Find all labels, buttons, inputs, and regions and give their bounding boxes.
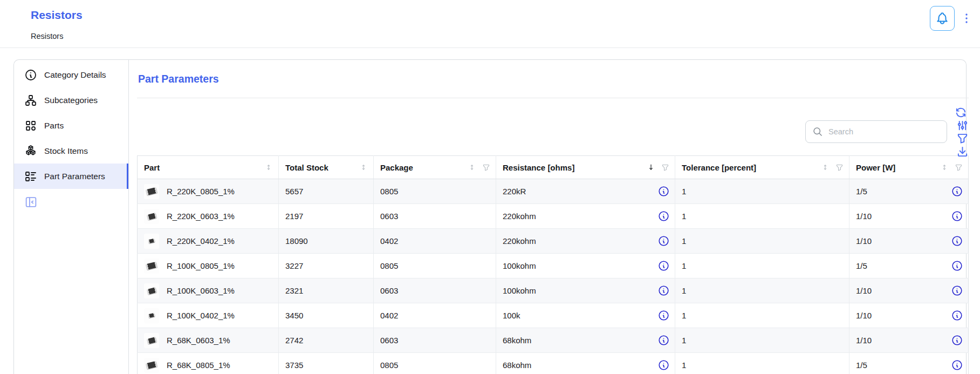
power-info-button[interactable] [951, 260, 963, 272]
info-icon [658, 285, 669, 296]
column-filter-icon[interactable] [661, 164, 669, 172]
sidebar-collapse-icon [24, 195, 38, 209]
sort-updown-icon [821, 163, 830, 172]
power-info-button[interactable] [951, 235, 963, 247]
notifications-button[interactable] [930, 6, 955, 31]
total-stock-value: 2321 [285, 286, 303, 295]
list-details-icon [24, 170, 37, 183]
column-header-part[interactable]: Part [138, 156, 279, 179]
resistance-info-button[interactable] [657, 285, 669, 297]
page-title: Resistors [31, 9, 83, 22]
column-header-tolerance-percent[interactable]: Tolerance [percent] [675, 156, 849, 179]
tolerance-value: 1 [682, 261, 686, 270]
power-info-button[interactable] [951, 359, 963, 371]
column-label: Power [W] [856, 163, 895, 172]
sidebar-item-category-details[interactable]: Category Details [14, 62, 128, 87]
column-label: Total Stock [285, 163, 328, 172]
resistance-info-button[interactable] [657, 210, 669, 222]
resistance-value: 220kohm [503, 212, 536, 221]
part-name: R_220K_0805_1% [167, 187, 235, 196]
sidebar-item-label: Stock Items [44, 146, 88, 156]
power-info-button[interactable] [951, 210, 963, 222]
info-icon [658, 235, 669, 247]
table-filters-button[interactable] [956, 132, 969, 145]
power-value: 1/5 [856, 187, 867, 196]
category-panel: Category DetailsSubcategoriesPartsStock … [13, 59, 967, 374]
power-info-button[interactable] [951, 335, 963, 346]
sitemap-icon [24, 94, 37, 107]
column-header-total-stock[interactable]: Total Stock [279, 156, 374, 179]
resistance-info-button[interactable] [657, 260, 669, 272]
power-info-button[interactable] [951, 285, 963, 297]
part-name: R_220K_0402_1% [167, 236, 235, 246]
adjustments-icon [956, 119, 969, 132]
column-header-resistance-ohms[interactable]: Resistance [ohms] [496, 156, 675, 179]
search-input[interactable] [828, 127, 941, 136]
part-name: R_68K_0603_1% [167, 336, 230, 345]
info-icon [951, 285, 963, 296]
resistance-info-button[interactable] [657, 335, 669, 346]
table-row[interactable]: R_68K_0805_1%3735080568kohm11/5 [138, 353, 969, 374]
package-value: 0603 [380, 212, 398, 221]
table-row[interactable]: R_220K_0402_1%180900402220kohm11/10 [138, 229, 969, 254]
column-header-power-w[interactable]: Power [W] [849, 156, 969, 179]
dots-vertical-icon [960, 12, 973, 25]
header-actions [930, 6, 974, 31]
sidebar-item-stock-items[interactable]: Stock Items [14, 138, 128, 164]
table-toolbar [137, 120, 969, 143]
table-columns-button[interactable] [956, 119, 969, 132]
power-value: 1/10 [856, 311, 872, 320]
column-filter-icon[interactable] [955, 164, 963, 172]
total-stock-value: 5657 [285, 187, 303, 196]
sidebar-item-part-parameters[interactable]: Part Parameters [14, 164, 128, 189]
info-icon [951, 260, 963, 271]
resistance-info-button[interactable] [657, 235, 669, 247]
package-value: 0402 [380, 311, 398, 320]
resistance-value: 100k [503, 311, 520, 320]
column-filter-icon[interactable] [482, 164, 490, 172]
refresh-button[interactable] [954, 106, 967, 119]
table-row[interactable]: R_68K_0603_1%2742060368kohm11/10 [138, 328, 969, 353]
part-name: R_68K_0805_1% [167, 361, 230, 370]
package-value: 0603 [380, 286, 398, 295]
overflow-menu-button[interactable] [960, 6, 974, 31]
table-row[interactable]: R_100K_0402_1%34500402100k11/10 [138, 303, 969, 328]
power-info-button[interactable] [951, 310, 963, 322]
sort-updown-icon [264, 163, 273, 172]
table-row[interactable]: R_220K_0805_1%56570805220kR11/5 [138, 179, 969, 204]
tolerance-value: 1 [682, 286, 686, 295]
table-row[interactable]: R_100K_0603_1%23210603100kohm11/10 [138, 278, 969, 303]
download-data-button[interactable] [956, 145, 969, 158]
sidebar-item-parts[interactable]: Parts [14, 113, 128, 138]
tolerance-value: 1 [682, 336, 686, 345]
part-thumbnail [144, 234, 159, 249]
package-value: 0603 [380, 336, 398, 345]
column-label: Resistance [ohms] [503, 163, 574, 172]
column-header-package[interactable]: Package [374, 156, 496, 179]
table-row[interactable]: R_220K_0603_1%21970603220kohm11/10 [138, 204, 969, 229]
column-label: Package [380, 163, 413, 172]
power-info-button[interactable] [951, 186, 963, 198]
info-icon [951, 186, 963, 197]
sidebar-collapse-button[interactable] [24, 195, 38, 209]
resistance-info-button[interactable] [657, 359, 669, 371]
part-name: R_100K_0603_1% [167, 286, 235, 295]
part-thumbnail [144, 308, 159, 323]
resistance-info-button[interactable] [657, 310, 669, 322]
filter-icon [956, 132, 969, 145]
bell-icon [935, 11, 949, 25]
power-value: 1/10 [856, 212, 872, 221]
resistance-info-button[interactable] [657, 186, 669, 198]
breadcrumb[interactable]: Resistors [31, 32, 63, 40]
info-icon [658, 359, 669, 371]
part-name: R_100K_0805_1% [167, 261, 235, 270]
resistance-value: 100kohm [503, 286, 536, 295]
section-divider [137, 98, 969, 98]
table-row[interactable]: R_100K_0805_1%32270805100kohm11/5 [138, 254, 969, 278]
resistance-value: 68kohm [503, 336, 531, 345]
sort-updown-icon [468, 163, 476, 172]
packages-icon [24, 145, 37, 158]
power-value: 1/10 [856, 336, 872, 345]
sidebar-item-subcategories[interactable]: Subcategories [14, 87, 128, 113]
column-filter-icon[interactable] [835, 164, 844, 172]
